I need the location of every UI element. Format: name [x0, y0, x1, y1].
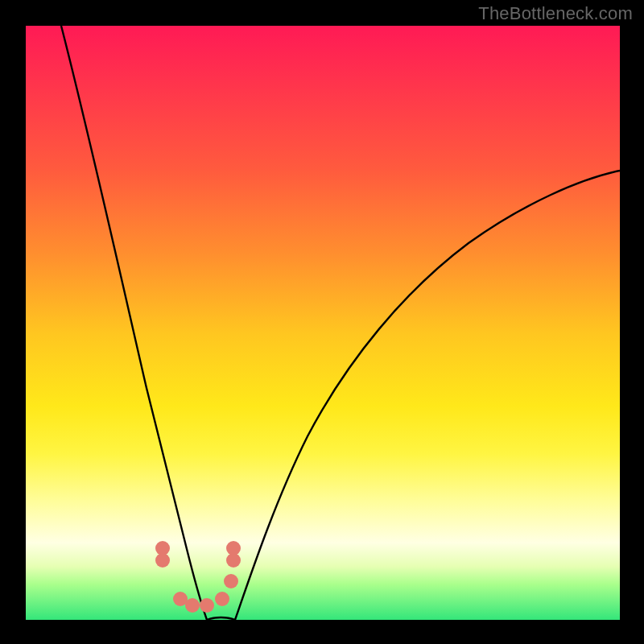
plot-area [26, 26, 620, 620]
chart-frame: TheBottleneck.com [0, 0, 644, 644]
curve-right [235, 171, 620, 620]
data-marker [226, 541, 241, 555]
data-marker [215, 592, 229, 606]
data-marker [200, 598, 214, 613]
watermark-text: TheBottleneck.com [478, 3, 633, 24]
data-marker [155, 553, 170, 568]
curve-left [61, 26, 207, 620]
curve-valley [207, 617, 235, 620]
data-marker [224, 574, 238, 588]
curve-layer [26, 26, 620, 620]
data-marker [185, 598, 200, 613]
